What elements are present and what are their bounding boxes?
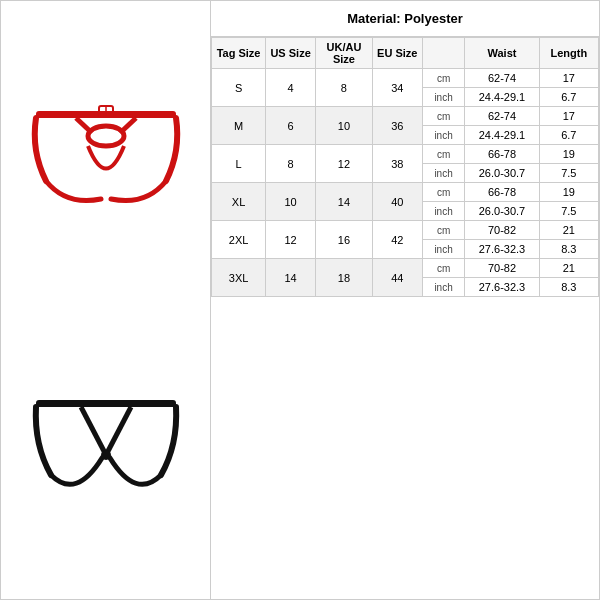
unit-inch: inch	[422, 202, 465, 221]
svg-point-1	[88, 126, 124, 146]
tag-size-label: Tag Size	[217, 47, 261, 59]
svg-point-9	[101, 450, 111, 460]
col-header-ukau: UK/AU Size	[316, 38, 373, 69]
size-table: Tag Size US Size UK/AU Size EU Size Wais…	[211, 37, 599, 297]
table-row: 10	[316, 107, 373, 145]
eu-size-label: EU Size	[377, 47, 417, 59]
waist-cm: 66-78	[465, 145, 539, 164]
product-image-red	[21, 36, 191, 276]
col-header-eu: EU Size	[372, 38, 422, 69]
waist-cm: 62-74	[465, 69, 539, 88]
unit-inch: inch	[422, 126, 465, 145]
svg-line-8	[106, 407, 131, 455]
svg-line-7	[81, 407, 106, 455]
us-size-label: US Size	[270, 47, 310, 59]
col-header-unit	[422, 38, 465, 69]
svg-line-3	[120, 118, 136, 133]
table-row: 14	[266, 259, 316, 297]
ukau-size-label: UK/AU Size	[327, 41, 362, 65]
unit-inch: inch	[422, 278, 465, 297]
table-row: 18	[316, 259, 373, 297]
unit-cm: cm	[422, 259, 465, 278]
length-inch: 8.3	[539, 240, 598, 259]
length-inch: 8.3	[539, 278, 598, 297]
table-row: 16	[316, 221, 373, 259]
unit-inch: inch	[422, 88, 465, 107]
length-cm: 21	[539, 259, 598, 278]
table-row: L	[212, 145, 266, 183]
table-row: 14	[316, 183, 373, 221]
waist-inch: 26.0-30.7	[465, 202, 539, 221]
table-column: Material: Polyester Tag Size US Size UK/…	[211, 1, 599, 599]
table-row: M	[212, 107, 266, 145]
length-inch: 7.5	[539, 202, 598, 221]
col-header-length: Length	[539, 38, 598, 69]
col-header-us: US Size	[266, 38, 316, 69]
waist-cm: 70-82	[465, 221, 539, 240]
waist-inch: 27.6-32.3	[465, 240, 539, 259]
images-column	[1, 1, 211, 599]
length-cm: 19	[539, 145, 598, 164]
table-row: 12	[266, 221, 316, 259]
table-row: 38	[372, 145, 422, 183]
unit-cm: cm	[422, 183, 465, 202]
waist-cm: 66-78	[465, 183, 539, 202]
svg-line-2	[76, 118, 92, 133]
length-inch: 7.5	[539, 164, 598, 183]
unit-cm: cm	[422, 69, 465, 88]
waist-inch: 27.6-32.3	[465, 278, 539, 297]
table-row: 2XL	[212, 221, 266, 259]
unit-cm: cm	[422, 107, 465, 126]
unit-inch: inch	[422, 164, 465, 183]
length-label: Length	[550, 47, 587, 59]
table-row: 6	[266, 107, 316, 145]
table-row: XL	[212, 183, 266, 221]
table-row: 3XL	[212, 259, 266, 297]
waist-cm: 70-82	[465, 259, 539, 278]
table-row: 40	[372, 183, 422, 221]
length-cm: 17	[539, 69, 598, 88]
table-row: 8	[266, 145, 316, 183]
table-row: 4	[266, 69, 316, 107]
unit-cm: cm	[422, 145, 465, 164]
length-cm: 19	[539, 183, 598, 202]
unit-cm: cm	[422, 221, 465, 240]
col-header-tag: Tag Size	[212, 38, 266, 69]
table-row: 12	[316, 145, 373, 183]
table-row: 10	[266, 183, 316, 221]
col-header-waist: Waist	[465, 38, 539, 69]
waist-cm: 62-74	[465, 107, 539, 126]
main-container: Material: Polyester Tag Size US Size UK/…	[0, 0, 600, 600]
material-header: Material: Polyester	[211, 1, 599, 37]
table-row: S	[212, 69, 266, 107]
length-inch: 6.7	[539, 126, 598, 145]
table-row: 8	[316, 69, 373, 107]
table-row: 36	[372, 107, 422, 145]
svg-rect-6	[36, 400, 176, 407]
material-label: Material: Polyester	[347, 11, 463, 26]
length-inch: 6.7	[539, 88, 598, 107]
length-cm: 21	[539, 221, 598, 240]
waist-inch: 26.0-30.7	[465, 164, 539, 183]
waist-inch: 24.4-29.1	[465, 126, 539, 145]
waist-label: Waist	[488, 47, 517, 59]
table-row: 42	[372, 221, 422, 259]
length-cm: 17	[539, 107, 598, 126]
product-image-black	[21, 325, 191, 565]
table-row: 34	[372, 69, 422, 107]
waist-inch: 24.4-29.1	[465, 88, 539, 107]
unit-inch: inch	[422, 240, 465, 259]
table-row: 44	[372, 259, 422, 297]
